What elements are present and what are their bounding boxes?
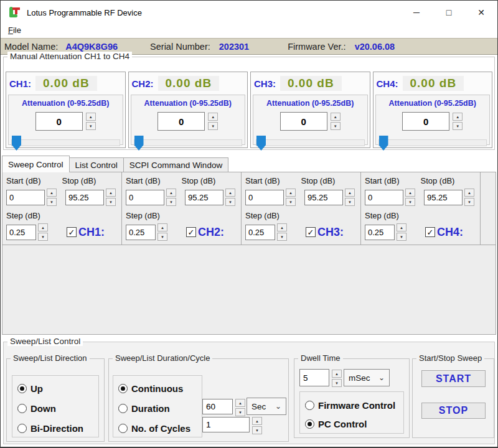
ch2-enable-checkbox[interactable]: ✓ [186, 227, 196, 237]
spin-up-button[interactable]: ▲ [47, 189, 57, 197]
slider-track[interactable] [378, 139, 487, 146]
direction-option-bi-direction[interactable]: Bi-Direction [17, 423, 98, 434]
cycles-value-input[interactable] [202, 417, 250, 432]
spin-up-button[interactable]: ▲ [332, 370, 342, 378]
radio-icon[interactable] [17, 404, 27, 413]
spin-up-button[interactable]: ▲ [252, 417, 262, 425]
radio-label: Continuous [131, 383, 183, 394]
spin-up-button[interactable]: ▲ [106, 189, 116, 197]
spin-up-button[interactable]: ▲ [166, 189, 176, 197]
radio-icon[interactable] [118, 384, 128, 393]
spin-up-button[interactable]: ▲ [345, 189, 355, 197]
spin-down-button[interactable]: ▼ [157, 233, 167, 241]
minimize-button[interactable]: ─ [400, 1, 433, 24]
slider-thumb[interactable] [134, 136, 144, 151]
slider-track[interactable] [134, 139, 243, 146]
ch1-stop-input[interactable] [65, 190, 104, 205]
spin-down-button[interactable]: ▼ [225, 198, 235, 206]
ch1-attenuation-input[interactable] [35, 112, 83, 131]
spin-down-button[interactable]: ▼ [345, 198, 355, 206]
dwell-time-unit-dropdown[interactable]: mSec ⌄ [344, 369, 390, 386]
ch4-stop-input[interactable] [424, 190, 463, 205]
spin-down-button[interactable]: ▼ [166, 198, 176, 206]
stop-sweep-button[interactable]: STOP [421, 403, 486, 419]
start-sweep-button[interactable]: START [421, 370, 486, 387]
slider-track[interactable] [256, 139, 365, 146]
spin-up-button[interactable]: ▲ [86, 113, 96, 121]
ch1-step-input[interactable] [6, 225, 36, 240]
ch4-step-input[interactable] [365, 225, 395, 240]
ch2-start-input[interactable] [126, 190, 164, 205]
maximize-button[interactable]: □ [433, 1, 465, 24]
ch4-enable-checkbox[interactable]: ✓ [425, 227, 435, 237]
spin-up-button[interactable]: ▲ [286, 189, 296, 197]
tab-list-control[interactable]: List Control [69, 157, 124, 172]
spin-down-button[interactable]: ▼ [252, 426, 262, 434]
slider-thumb[interactable] [256, 136, 266, 151]
spin-up-button[interactable]: ▲ [331, 113, 341, 121]
ch4-attenuation-input[interactable] [402, 112, 449, 131]
spin-down-button[interactable]: ▼ [86, 122, 96, 130]
spin-up-button[interactable]: ▲ [277, 223, 287, 231]
spin-up-button[interactable]: ▲ [208, 113, 218, 121]
spin-down-button[interactable]: ▼ [47, 198, 57, 206]
close-button[interactable]: ✕ [465, 1, 497, 24]
spin-down-button[interactable]: ▼ [235, 408, 245, 416]
stop-db-label: Stop (dB) [62, 176, 118, 185]
spin-up-button[interactable]: ▲ [38, 223, 48, 231]
menu-file[interactable]: File [8, 26, 21, 35]
spin-up-button[interactable]: ▲ [157, 223, 167, 231]
duration-option-continuous[interactable]: Continuous [118, 383, 202, 394]
spin-down-button[interactable]: ▼ [332, 379, 342, 387]
spin-down-button[interactable]: ▼ [453, 122, 463, 130]
radio-icon[interactable] [17, 424, 27, 433]
spin-up-button[interactable]: ▲ [225, 189, 235, 197]
ch1-start-input[interactable] [6, 190, 45, 205]
spin-down-button[interactable]: ▼ [464, 198, 474, 206]
duration-unit-dropdown[interactable]: Sec ⌄ [247, 398, 286, 415]
spin-up-button[interactable]: ▲ [397, 223, 406, 231]
ch3-step-input[interactable] [245, 225, 275, 240]
ch2-attenuation-input[interactable] [157, 112, 205, 131]
radio-icon[interactable] [305, 419, 314, 429]
dwell-option-pc-control[interactable]: PC Control [305, 419, 403, 429]
ch3-enable-checkbox[interactable]: ✓ [306, 227, 316, 237]
spin-down-button[interactable]: ▼ [277, 233, 287, 241]
ch4-start-input[interactable] [365, 190, 403, 205]
tab-scpi-command-window[interactable]: SCPI Command Window [123, 157, 228, 172]
radio-icon[interactable] [118, 424, 128, 433]
dwell-time-input[interactable] [299, 369, 329, 386]
spin-down-button[interactable]: ▼ [286, 198, 296, 206]
dwell-option-firmware-control[interactable]: Firmware Control [305, 400, 403, 411]
ch1-enable-checkbox[interactable]: ✓ [67, 227, 77, 237]
spin-up-button[interactable]: ▲ [235, 399, 245, 407]
ch2-stop-input[interactable] [185, 190, 223, 205]
slider-thumb[interactable] [12, 136, 21, 151]
duration-option-no-of-cycles[interactable]: No. of Cycles [118, 423, 202, 434]
dwell-control-options-box: Firmware Control PC Control [299, 391, 404, 434]
ch3-stop-input[interactable] [304, 190, 343, 205]
radio-icon[interactable] [17, 384, 27, 393]
slider-thumb[interactable] [379, 136, 388, 151]
direction-option-up[interactable]: Up [17, 383, 98, 394]
spin-down-button[interactable]: ▼ [38, 233, 48, 241]
dwell-time-unit-value: mSec [349, 373, 370, 383]
spin-down-button[interactable]: ▼ [397, 233, 406, 241]
tab-sweep-control[interactable]: Sweep Control [2, 156, 70, 172]
duration-value-input[interactable] [202, 399, 233, 414]
slider-track[interactable] [11, 139, 120, 146]
spin-up-button[interactable]: ▲ [453, 113, 463, 121]
spin-up-button[interactable]: ▲ [405, 189, 415, 197]
direction-option-down[interactable]: Down [17, 403, 98, 414]
ch3-start-input[interactable] [245, 190, 284, 205]
radio-icon[interactable] [118, 404, 128, 413]
spin-down-button[interactable]: ▼ [208, 122, 218, 130]
spin-up-button[interactable]: ▲ [464, 189, 474, 197]
spin-down-button[interactable]: ▼ [106, 198, 116, 206]
ch3-attenuation-input[interactable] [280, 112, 327, 131]
radio-icon[interactable] [305, 401, 314, 410]
spin-down-button[interactable]: ▼ [331, 122, 341, 130]
duration-option-duration[interactable]: Duration [118, 403, 202, 414]
spin-down-button[interactable]: ▼ [405, 198, 415, 206]
ch2-step-input[interactable] [126, 225, 156, 240]
